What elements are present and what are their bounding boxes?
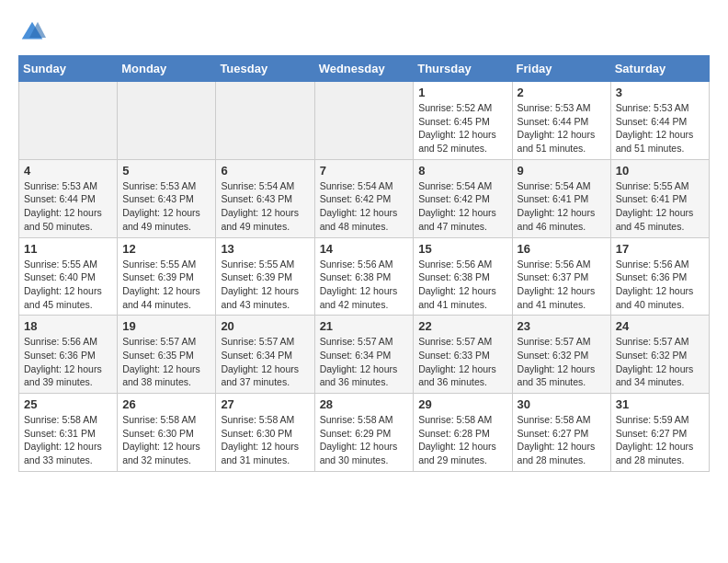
calendar-day-cell: 26Sunrise: 5:58 AM Sunset: 6:30 PM Dayli… — [118, 394, 216, 472]
calendar-day-cell: 17Sunrise: 5:56 AM Sunset: 6:36 PM Dayli… — [610, 237, 709, 316]
calendar-week-row: 25Sunrise: 5:58 AM Sunset: 6:31 PM Dayli… — [19, 394, 710, 472]
day-info: Sunrise: 5:56 AM Sunset: 6:36 PM Dayligh… — [616, 258, 704, 312]
day-info: Sunrise: 5:56 AM Sunset: 6:38 PM Dayligh… — [320, 258, 409, 312]
day-number: 3 — [616, 86, 704, 99]
logo-icon — [18, 18, 46, 46]
calendar-day-cell: 22Sunrise: 5:57 AM Sunset: 6:33 PM Dayli… — [414, 316, 512, 394]
day-info: Sunrise: 5:57 AM Sunset: 6:32 PM Dayligh… — [518, 335, 606, 389]
calendar-day-cell — [19, 82, 118, 160]
calendar-day-cell: 4Sunrise: 5:53 AM Sunset: 6:44 PM Daylig… — [19, 159, 118, 237]
calendar-day-cell: 1Sunrise: 5:52 AM Sunset: 6:45 PM Daylig… — [414, 82, 512, 160]
day-info: Sunrise: 5:58 AM Sunset: 6:27 PM Dayligh… — [518, 413, 606, 467]
day-number: 16 — [518, 242, 606, 256]
day-info: Sunrise: 5:57 AM Sunset: 6:35 PM Dayligh… — [122, 335, 210, 389]
calendar-week-row: 18Sunrise: 5:56 AM Sunset: 6:36 PM Dayli… — [19, 316, 710, 394]
day-number: 27 — [221, 397, 309, 411]
day-info: Sunrise: 5:53 AM Sunset: 6:44 PM Dayligh… — [518, 101, 606, 155]
day-info: Sunrise: 5:59 AM Sunset: 6:27 PM Dayligh… — [616, 413, 704, 467]
calendar-table: SundayMondayTuesdayWednesdayThursdayFrid… — [18, 55, 710, 472]
page-header — [18, 18, 710, 46]
day-number: 26 — [122, 397, 210, 411]
day-number: 19 — [122, 319, 210, 333]
calendar-day-cell: 9Sunrise: 5:54 AM Sunset: 6:41 PM Daylig… — [512, 159, 610, 237]
day-info: Sunrise: 5:54 AM Sunset: 6:42 PM Dayligh… — [418, 179, 506, 234]
day-info: Sunrise: 5:55 AM Sunset: 6:41 PM Dayligh… — [616, 179, 704, 234]
calendar-day-cell: 16Sunrise: 5:56 AM Sunset: 6:37 PM Dayli… — [512, 237, 610, 316]
day-number: 12 — [122, 242, 210, 256]
day-of-week-header: Monday — [118, 56, 216, 82]
calendar-day-cell: 28Sunrise: 5:58 AM Sunset: 6:29 PM Dayli… — [314, 394, 414, 472]
calendar-day-cell: 21Sunrise: 5:57 AM Sunset: 6:34 PM Dayli… — [314, 316, 414, 394]
day-of-week-header: Saturday — [610, 56, 709, 82]
day-info: Sunrise: 5:53 AM Sunset: 6:44 PM Dayligh… — [24, 179, 112, 234]
day-number: 14 — [320, 242, 409, 256]
day-info: Sunrise: 5:58 AM Sunset: 6:29 PM Dayligh… — [320, 413, 409, 467]
calendar-day-cell: 13Sunrise: 5:55 AM Sunset: 6:39 PM Dayli… — [216, 237, 314, 316]
calendar-day-cell: 3Sunrise: 5:53 AM Sunset: 6:44 PM Daylig… — [610, 82, 709, 160]
calendar-day-cell: 31Sunrise: 5:59 AM Sunset: 6:27 PM Dayli… — [610, 394, 709, 472]
day-of-week-header: Friday — [512, 56, 610, 82]
calendar-week-row: 11Sunrise: 5:55 AM Sunset: 6:40 PM Dayli… — [19, 237, 710, 316]
day-info: Sunrise: 5:55 AM Sunset: 6:40 PM Dayligh… — [24, 258, 112, 312]
day-number: 22 — [418, 319, 506, 333]
calendar-day-cell: 6Sunrise: 5:54 AM Sunset: 6:43 PM Daylig… — [216, 159, 314, 237]
day-number: 29 — [418, 397, 506, 411]
calendar-day-cell: 10Sunrise: 5:55 AM Sunset: 6:41 PM Dayli… — [610, 159, 709, 237]
day-number: 30 — [518, 397, 606, 411]
day-number: 23 — [518, 319, 606, 333]
day-number: 20 — [221, 319, 309, 333]
day-info: Sunrise: 5:58 AM Sunset: 6:28 PM Dayligh… — [418, 413, 506, 467]
day-number: 17 — [616, 242, 704, 256]
day-number: 7 — [320, 164, 409, 178]
calendar-day-cell: 30Sunrise: 5:58 AM Sunset: 6:27 PM Dayli… — [512, 394, 610, 472]
calendar-day-cell: 18Sunrise: 5:56 AM Sunset: 6:36 PM Dayli… — [19, 316, 118, 394]
calendar-day-cell: 5Sunrise: 5:53 AM Sunset: 6:43 PM Daylig… — [118, 159, 216, 237]
calendar-week-row: 4Sunrise: 5:53 AM Sunset: 6:44 PM Daylig… — [19, 159, 710, 237]
day-info: Sunrise: 5:56 AM Sunset: 6:37 PM Dayligh… — [518, 258, 606, 312]
day-number: 8 — [418, 164, 506, 178]
day-number: 15 — [418, 242, 506, 256]
day-number: 24 — [616, 319, 704, 333]
day-number: 13 — [221, 242, 309, 256]
day-of-week-header: Thursday — [414, 56, 512, 82]
day-of-week-header: Tuesday — [216, 56, 314, 82]
logo — [18, 18, 50, 46]
day-number: 6 — [221, 164, 309, 178]
day-number: 1 — [418, 86, 506, 99]
day-info: Sunrise: 5:53 AM Sunset: 6:44 PM Dayligh… — [616, 101, 704, 155]
day-info: Sunrise: 5:57 AM Sunset: 6:33 PM Dayligh… — [418, 335, 506, 389]
day-info: Sunrise: 5:54 AM Sunset: 6:41 PM Dayligh… — [518, 179, 606, 234]
calendar-day-cell: 23Sunrise: 5:57 AM Sunset: 6:32 PM Dayli… — [512, 316, 610, 394]
day-info: Sunrise: 5:57 AM Sunset: 6:32 PM Dayligh… — [616, 335, 704, 389]
day-number: 5 — [122, 164, 210, 178]
day-number: 10 — [616, 164, 704, 178]
day-info: Sunrise: 5:58 AM Sunset: 6:30 PM Dayligh… — [221, 413, 309, 467]
day-info: Sunrise: 5:56 AM Sunset: 6:36 PM Dayligh… — [24, 335, 112, 389]
calendar-day-cell — [118, 82, 216, 160]
day-info: Sunrise: 5:55 AM Sunset: 6:39 PM Dayligh… — [221, 258, 309, 312]
day-number: 28 — [320, 397, 409, 411]
calendar-day-cell: 12Sunrise: 5:55 AM Sunset: 6:39 PM Dayli… — [118, 237, 216, 316]
calendar-day-cell: 2Sunrise: 5:53 AM Sunset: 6:44 PM Daylig… — [512, 82, 610, 160]
calendar-day-cell: 15Sunrise: 5:56 AM Sunset: 6:38 PM Dayli… — [414, 237, 512, 316]
day-info: Sunrise: 5:57 AM Sunset: 6:34 PM Dayligh… — [221, 335, 309, 389]
calendar-day-cell: 20Sunrise: 5:57 AM Sunset: 6:34 PM Dayli… — [216, 316, 314, 394]
day-number: 11 — [24, 242, 112, 256]
calendar-week-row: 1Sunrise: 5:52 AM Sunset: 6:45 PM Daylig… — [19, 82, 710, 160]
calendar-day-cell: 19Sunrise: 5:57 AM Sunset: 6:35 PM Dayli… — [118, 316, 216, 394]
calendar-day-cell: 11Sunrise: 5:55 AM Sunset: 6:40 PM Dayli… — [19, 237, 118, 316]
calendar-day-cell: 7Sunrise: 5:54 AM Sunset: 6:42 PM Daylig… — [314, 159, 414, 237]
day-number: 21 — [320, 319, 409, 333]
day-info: Sunrise: 5:52 AM Sunset: 6:45 PM Dayligh… — [418, 101, 506, 155]
day-info: Sunrise: 5:58 AM Sunset: 6:31 PM Dayligh… — [24, 413, 112, 467]
day-info: Sunrise: 5:55 AM Sunset: 6:39 PM Dayligh… — [122, 258, 210, 312]
calendar-day-cell: 25Sunrise: 5:58 AM Sunset: 6:31 PM Dayli… — [19, 394, 118, 472]
calendar-day-cell: 14Sunrise: 5:56 AM Sunset: 6:38 PM Dayli… — [314, 237, 414, 316]
day-info: Sunrise: 5:54 AM Sunset: 6:42 PM Dayligh… — [320, 179, 409, 234]
day-info: Sunrise: 5:53 AM Sunset: 6:43 PM Dayligh… — [122, 179, 210, 234]
day-info: Sunrise: 5:57 AM Sunset: 6:34 PM Dayligh… — [320, 335, 409, 389]
day-number: 18 — [24, 319, 112, 333]
day-number: 31 — [616, 397, 704, 411]
calendar-day-cell — [314, 82, 414, 160]
day-number: 2 — [518, 86, 606, 99]
